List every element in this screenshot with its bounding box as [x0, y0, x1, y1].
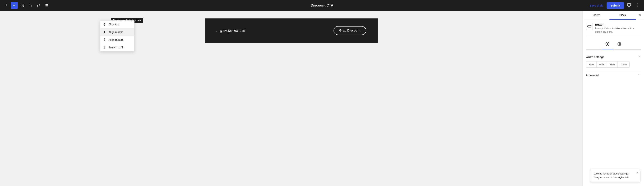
advanced-toggle — [638, 73, 641, 77]
redo-button[interactable] — [35, 2, 42, 8]
advanced-title: Advanced — [586, 74, 599, 77]
styles-tab[interactable] — [614, 40, 625, 50]
width-settings-section-header[interactable]: Width settings — [586, 53, 641, 61]
main-layout: B I Change vertical alignment Align top — [0, 11, 644, 186]
width-25-button[interactable]: 25% — [586, 61, 596, 68]
svg-rect-6 — [628, 4, 631, 6]
svg-point-43 — [607, 44, 608, 45]
block-info: Button Prompt visitors to take action wi… — [586, 23, 641, 37]
notification-toast: × Looking for other block settings? They… — [590, 169, 640, 182]
svg-rect-42 — [588, 25, 591, 27]
svg-point-9 — [637, 4, 638, 4]
align-bottom-label: Align bottom — [108, 38, 124, 41]
block-icon-box — [586, 23, 593, 30]
advanced-section: Advanced — [586, 71, 641, 80]
width-settings-toggle — [638, 55, 641, 59]
sidebar-tabs: Pattern Block — [583, 11, 644, 20]
view-toggle-button[interactable] — [626, 2, 632, 9]
stretch-fill-item[interactable]: Stretch to fill — [100, 44, 134, 51]
vertical-alignment-dropdown: Align top Align middle Align bottom Stre… — [100, 20, 134, 52]
sidebar-inner-tabs — [586, 40, 641, 50]
more-options-button[interactable] — [634, 2, 641, 9]
width-75-button[interactable]: 75% — [607, 61, 618, 68]
block-info-text: Button Prompt visitors to take action wi… — [595, 23, 641, 34]
align-bottom-icon — [103, 38, 107, 42]
toast-message: Looking for other block settings? They'v… — [594, 172, 630, 179]
block-title: Button — [595, 23, 641, 26]
page-title: Discount CTA — [311, 4, 333, 8]
align-top-label: Align top — [108, 23, 119, 26]
width-50-button[interactable]: 50% — [596, 61, 607, 68]
sidebar-content: Button Prompt visitors to take action wi… — [583, 20, 644, 186]
align-middle-item[interactable]: Align middle — [100, 28, 134, 36]
block-text: ...g experience! — [216, 28, 245, 33]
stretch-fill-icon — [103, 46, 107, 50]
width-100-button[interactable]: 100% — [618, 61, 630, 68]
block-description: Prompt visitors to take action with a bu… — [595, 27, 641, 34]
svg-rect-32 — [104, 24, 105, 26]
list-view-button[interactable] — [44, 2, 50, 8]
close-sidebar-button[interactable] — [636, 12, 644, 19]
settings-tab[interactable] — [602, 40, 614, 50]
tab-block[interactable]: Block — [610, 11, 636, 20]
right-sidebar: Pattern Block Button Prompt visitors to … — [582, 11, 644, 186]
grab-discount-button[interactable]: Grab Discount — [334, 26, 366, 35]
stretch-fill-label: Stretch to fill — [108, 46, 123, 49]
align-middle-icon — [103, 30, 107, 34]
svg-rect-34 — [104, 31, 105, 33]
align-middle-label: Align middle — [108, 30, 123, 34]
advanced-section-header[interactable]: Advanced — [586, 71, 641, 80]
width-buttons: 25% 50% 75% 100% — [586, 61, 641, 68]
top-bar: + Discount CTA Save draft Submit — [0, 0, 644, 11]
back-button[interactable] — [3, 2, 9, 9]
align-top-item[interactable]: Align top — [100, 20, 134, 28]
edit-tool-button[interactable] — [19, 2, 26, 8]
width-settings-title: Width settings — [586, 56, 604, 58]
save-draft-button[interactable]: Save draft — [587, 3, 605, 8]
align-top-icon — [103, 22, 107, 26]
svg-rect-39 — [104, 46, 105, 49]
canvas-area: B I Change vertical alignment Align top — [0, 11, 582, 186]
top-bar-right: Save draft Submit — [587, 2, 641, 9]
block-content: ...g experience! Grab Discount — [205, 18, 378, 43]
submit-button[interactable]: Submit — [606, 2, 624, 9]
undo-button[interactable] — [27, 2, 34, 8]
align-bottom-item[interactable]: Align bottom — [100, 36, 134, 44]
svg-point-11 — [637, 6, 638, 6]
toast-close-button[interactable]: × — [637, 171, 638, 174]
tab-pattern[interactable]: Pattern — [583, 11, 610, 20]
svg-point-10 — [637, 5, 638, 5]
svg-rect-36 — [104, 38, 105, 41]
add-block-button[interactable]: + — [11, 2, 18, 9]
